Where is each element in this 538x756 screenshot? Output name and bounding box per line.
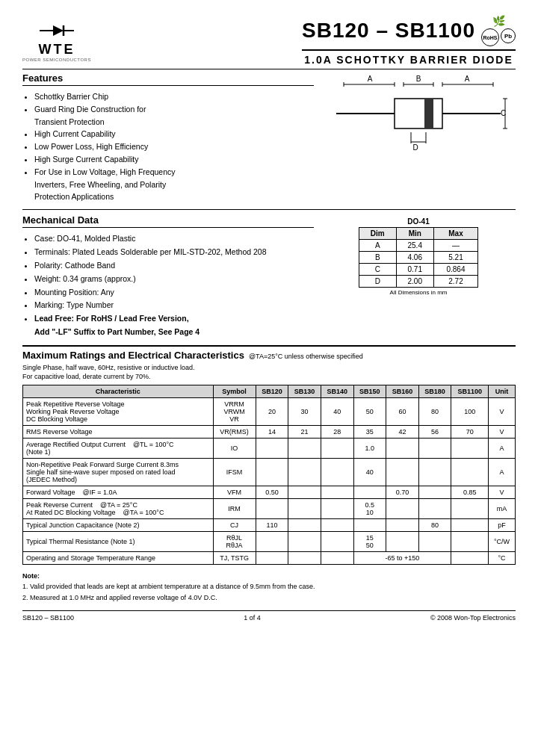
max-ratings-condition: @TA=25°C unless otherwise specified	[249, 353, 363, 360]
table-row: Forward Voltage @IF = 1.0A VFM 0.50 0.70…	[23, 486, 516, 498]
list-item: For Use in Low Voltage, High FrequencyIn…	[34, 166, 314, 203]
table-row: Typical Thermal Resistance (Note 1) RθJL…	[23, 531, 516, 551]
svg-text:C: C	[501, 109, 506, 117]
title-area: SB120 – SB1100 🌿 RoHS Pb 1.0A SCHOTTKY B…	[302, 15, 516, 66]
footer-part-number: SB120 – SB1100	[22, 614, 74, 622]
svg-text:A: A	[368, 75, 373, 83]
list-item: Polarity: Cathode Band	[34, 259, 314, 273]
list-item: Schottky Barrier Chip	[34, 90, 314, 103]
list-item: Mounting Position: Any	[34, 286, 314, 300]
list-item: High Current Capability	[34, 128, 314, 140]
table-row: C0.710.864	[359, 264, 478, 276]
note-label: Note:	[22, 571, 516, 581]
features-list: Schottky Barrier Chip Guard Ring Die Con…	[22, 90, 314, 203]
svg-marker-1	[53, 25, 64, 36]
svg-text:A: A	[465, 75, 470, 83]
list-item: Marking: Type Number	[34, 299, 314, 312]
col-min: Min	[396, 228, 433, 240]
characteristics-table: Characteristic Symbol SB120 SB130 SB140 …	[22, 385, 516, 565]
leaf-icon: 🌿	[492, 15, 505, 27]
list-item: Terminals: Plated Leads Solderable per M…	[34, 246, 314, 259]
table-row: A25.4—	[359, 240, 478, 252]
table-row: Operating and Storage Temperature Range …	[23, 551, 516, 564]
do41-title: DO-41	[407, 217, 429, 226]
svg-rect-18	[395, 99, 442, 128]
max-ratings-header: Maximum Ratings and Electrical Character…	[22, 350, 516, 361]
features-title: Features	[22, 72, 314, 86]
table-row: RMS Reverse Voltage VR(RMS) 14 21 28 35 …	[23, 425, 516, 438]
table-row: D2.002.72	[359, 276, 478, 288]
svg-text:D: D	[412, 143, 418, 152]
table-row: B4.065.21	[359, 252, 478, 264]
mechanical-title: Mechanical Data	[22, 214, 314, 228]
page-header: WTE POWER SEMICONDUCTORS SB120 – SB1100 …	[22, 15, 516, 66]
table-row: Typical Junction Capacitance (Note 2) CJ…	[23, 518, 516, 531]
col-sb150: SB150	[353, 385, 386, 397]
svg-text:B: B	[416, 75, 421, 83]
mechanical-col: Mechanical Data Case: DO-41, Molded Plas…	[22, 214, 314, 339]
col-sb130: SB130	[288, 385, 321, 397]
note-line-1: Single Phase, half wave, 60Hz, resistive…	[22, 364, 516, 371]
footer-page-number: 1 of 4	[244, 614, 261, 622]
col-max: Max	[433, 228, 477, 240]
svg-rect-19	[424, 99, 433, 128]
do41-col: DO-41 Dim Min Max A25.4— B4.065.21 C0.71…	[321, 214, 516, 339]
col-sb140: SB140	[321, 385, 353, 397]
col-sb160: SB160	[386, 385, 419, 397]
table-row: Non-Repetitive Peak Forward Surge Curren…	[23, 458, 516, 486]
list-item: Low Power Loss, High Efficiency	[34, 140, 314, 153]
mechanical-section: Mechanical Data Case: DO-41, Molded Plas…	[22, 214, 516, 339]
features-col: Features Schottky Barrier Chip Guard Rin…	[22, 72, 314, 203]
diagram-col: A B A C	[321, 72, 516, 203]
table-row: Average Rectified Output Current @TL = 1…	[23, 438, 516, 458]
col-sb120: SB120	[256, 385, 288, 397]
list-item: Weight: 0.34 grams (approx.)	[34, 273, 314, 286]
table-row: Peak Repetitive Reverse VoltageWorking P…	[23, 397, 516, 425]
col-characteristic: Characteristic	[23, 385, 214, 397]
part-subtitle: 1.0A SCHOTTKY BARRIER DIODE	[302, 54, 516, 66]
col-unit: Unit	[488, 385, 515, 397]
col-sb180: SB180	[418, 385, 451, 397]
footer-note-2: 2. Measured at 1.0 MHz and applied rever…	[22, 592, 516, 603]
logo-area: WTE POWER SEMICONDUCTORS	[22, 19, 91, 62]
table-row: Peak Reverse Current @TA = 25°CAt Rated …	[23, 498, 516, 518]
list-item: High Surge Current Capability	[34, 153, 314, 166]
footer-notes: Note: 1. Valid provided that leads are k…	[22, 571, 516, 603]
diode-logo-icon	[38, 19, 75, 42]
note-line-2: For capacitive load, derate current by 7…	[22, 373, 516, 380]
mechanical-list: Case: DO-41, Molded Plastic Terminals: P…	[22, 232, 314, 339]
do41-table: Dim Min Max A25.4— B4.065.21 C0.710.864 …	[359, 227, 478, 288]
footer-note-1: 1. Valid provided that leads are kept at…	[22, 581, 516, 592]
part-number: SB120 – SB1100	[302, 19, 475, 43]
footer-copyright: © 2008 Won-Top Electronics	[430, 614, 516, 622]
diode-diagram: A B A C	[329, 72, 508, 155]
logo-wte: WTE	[38, 42, 75, 58]
features-section: Features Schottky Barrier Chip Guard Rin…	[22, 72, 516, 203]
list-item: Lead Free: For RoHS / Lead Free Version,…	[34, 312, 314, 339]
do41-note: All Dimensions in mm	[390, 289, 448, 296]
logo-sub: POWER SEMICONDUCTORS	[22, 58, 91, 62]
max-ratings-title: Maximum Ratings and Electrical Character…	[22, 350, 244, 361]
page-footer: SB120 – SB1100 1 of 4 © 2008 Won-Top Ele…	[22, 610, 516, 622]
pb-badge: Pb	[501, 28, 516, 43]
col-sb1100: SB1100	[451, 385, 489, 397]
list-item: Guard Ring Die Construction forTransient…	[34, 103, 314, 128]
list-item: Case: DO-41, Molded Plastic	[34, 232, 314, 246]
col-dim: Dim	[359, 228, 397, 240]
rohs-badge: RoHS	[481, 28, 499, 46]
col-symbol: Symbol	[213, 385, 256, 397]
